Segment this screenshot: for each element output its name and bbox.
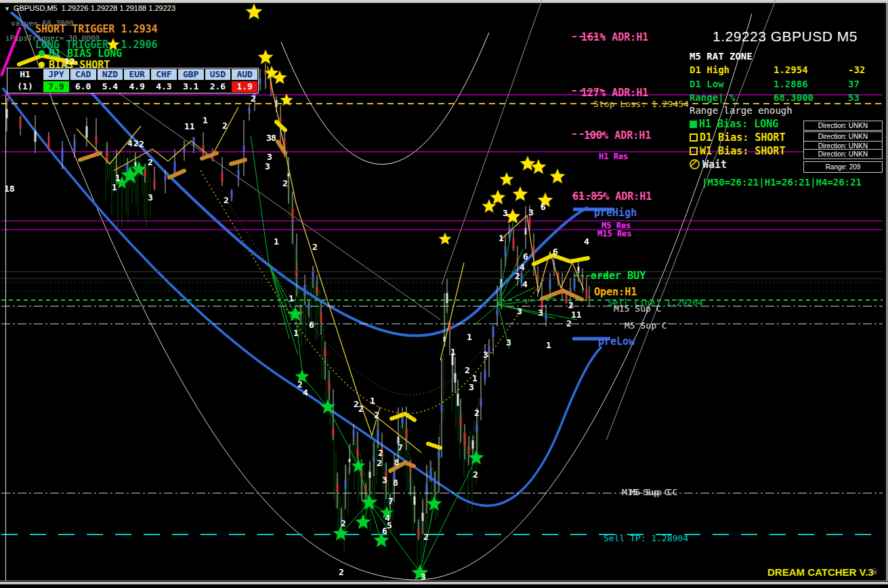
candle-body bbox=[484, 370, 486, 381]
yellow-star-icon bbox=[490, 190, 506, 205]
wave-number: 11 bbox=[184, 121, 195, 131]
wave-number: 8 bbox=[393, 478, 398, 488]
green-zigzag-line bbox=[498, 298, 555, 305]
mt4-chart-window: 1218422311121122238332121162422122278387… bbox=[0, 0, 888, 588]
candle-body bbox=[492, 327, 494, 338]
wave-number: 7 bbox=[388, 496, 394, 506]
green-zigzag-line bbox=[420, 458, 476, 572]
candle-body bbox=[292, 209, 294, 218]
candle-body bbox=[193, 137, 195, 146]
candle-body bbox=[316, 287, 318, 294]
wave-number: 1 bbox=[370, 396, 375, 406]
wave-number: 3 bbox=[503, 208, 508, 218]
candle-body bbox=[476, 425, 478, 432]
candle-body bbox=[513, 238, 515, 249]
wave-number: 1 bbox=[499, 233, 504, 243]
wave-number: 2 bbox=[568, 300, 574, 310]
green-zigzag-line bbox=[270, 264, 289, 339]
wave-number: 12 bbox=[64, 56, 75, 66]
green-zigzag-line bbox=[369, 503, 420, 572]
ma-segment bbox=[202, 153, 217, 159]
ma-segment bbox=[534, 255, 588, 264]
wave-number: 2 bbox=[139, 139, 144, 149]
wave-number: 2 bbox=[148, 157, 153, 167]
candle-body bbox=[434, 477, 436, 484]
candle-body bbox=[221, 171, 224, 182]
wave-number: 3 bbox=[538, 308, 543, 318]
candle-body bbox=[464, 433, 466, 446]
green-zigzag-line bbox=[498, 305, 555, 318]
wave-number: 3 bbox=[506, 337, 511, 348]
candle-body bbox=[480, 398, 482, 406]
wave-number: 2 bbox=[474, 408, 480, 418]
candle-body bbox=[174, 161, 176, 173]
candle-body bbox=[249, 108, 251, 113]
wave-number: 2 bbox=[377, 458, 382, 468]
wave-number: 6 bbox=[382, 526, 387, 536]
ma-segment bbox=[428, 444, 440, 448]
candle-body bbox=[333, 429, 335, 436]
green-zigzag-line bbox=[474, 305, 498, 325]
marker-line bbox=[1, 27, 20, 76]
candle-body bbox=[353, 429, 355, 436]
wave-number: 3 bbox=[483, 350, 488, 360]
candle-body bbox=[441, 405, 443, 412]
candle-body bbox=[438, 449, 440, 457]
indicator-curve bbox=[442, 0, 542, 285]
candle-body bbox=[549, 279, 551, 289]
candle-body bbox=[496, 310, 499, 316]
yellow-star-icon bbox=[513, 186, 528, 201]
candle-body bbox=[308, 304, 310, 309]
wave-number: 1 bbox=[289, 293, 294, 303]
wave-number: 2 bbox=[515, 271, 520, 281]
wave-number: 6 bbox=[541, 202, 546, 212]
candle-body bbox=[20, 117, 22, 129]
wave-number: 3 bbox=[148, 192, 153, 203]
indicator-curve bbox=[3, 88, 601, 505]
candle-body bbox=[280, 117, 282, 122]
yellow-zigzag-line bbox=[268, 66, 361, 404]
wave-number: 4 bbox=[584, 236, 589, 247]
wave-number: 8 bbox=[271, 133, 276, 143]
candle-body bbox=[288, 173, 290, 177]
wave-number: 2 bbox=[297, 379, 303, 390]
wave-number: 6 bbox=[309, 320, 314, 330]
wave-number: 11 bbox=[571, 310, 582, 320]
wave-number: 2 bbox=[465, 365, 470, 375]
wave-number: 4 bbox=[522, 279, 528, 289]
wave-number: 4 bbox=[520, 262, 525, 272]
candle-body bbox=[296, 270, 298, 278]
wave-number: 8 bbox=[394, 457, 400, 467]
wave-number: 2 bbox=[374, 410, 379, 420]
wave-number: 6 bbox=[523, 251, 528, 261]
candle-body bbox=[369, 471, 371, 478]
wave-number: 1 bbox=[293, 328, 299, 338]
candle-body bbox=[529, 217, 531, 226]
candle-body bbox=[324, 348, 326, 357]
wave-number: 4 bbox=[303, 387, 308, 398]
candle-body bbox=[238, 171, 240, 179]
ma-segment bbox=[231, 160, 245, 164]
wave-number: 3 bbox=[421, 572, 426, 582]
yellow-star-icon bbox=[107, 38, 120, 50]
candle-body bbox=[231, 191, 233, 198]
wave-number: 2 bbox=[133, 138, 139, 148]
ma-segment bbox=[169, 171, 184, 177]
yellow-star-icon bbox=[258, 49, 274, 64]
wave-number: 7 bbox=[398, 442, 403, 453]
candle-body bbox=[154, 180, 156, 188]
chart-canvas[interactable]: 1218422311121122238332121162422122278387… bbox=[0, 0, 888, 588]
candle-body bbox=[259, 79, 261, 85]
candle-body bbox=[304, 285, 306, 296]
wave-number: 2 bbox=[341, 518, 346, 528]
candle-body bbox=[574, 279, 576, 287]
ma-segment bbox=[80, 153, 100, 160]
green-star-icon bbox=[356, 514, 371, 529]
wave-number: 2 bbox=[378, 448, 383, 458]
wave-number: 1 bbox=[203, 115, 208, 125]
candle-body bbox=[406, 429, 408, 440]
candle-body bbox=[454, 373, 457, 383]
green-star-icon bbox=[361, 494, 378, 510]
candle-body bbox=[460, 417, 462, 426]
candle-body bbox=[144, 169, 146, 176]
